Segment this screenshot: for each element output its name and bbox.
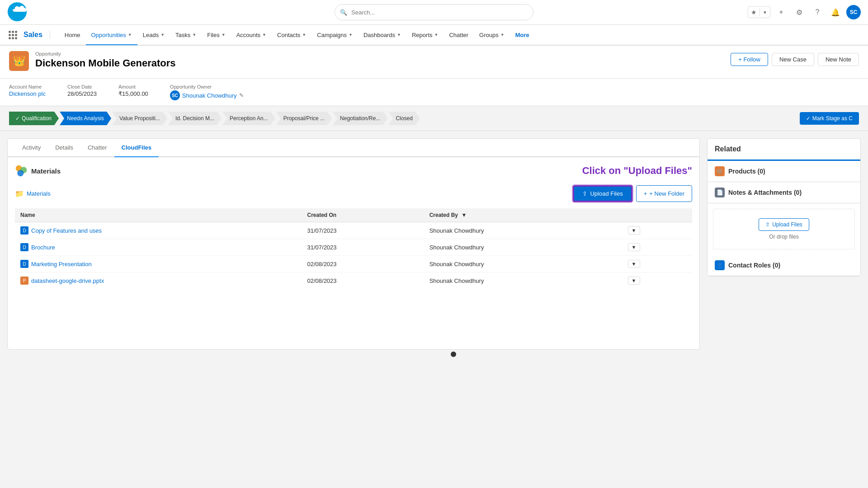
upload-files-sm-button[interactable]: ⇧ Upload Files — [759, 218, 809, 231]
nav-item-accounts[interactable]: Accounts ▼ — [231, 25, 272, 45]
stage-bar: ✓Qualification Needs Analysis Value Prop… — [0, 106, 868, 131]
related-card: Related 🛒 Products (0) 📄 Notes & Attachm… — [707, 138, 861, 277]
stage-needs-analysis[interactable]: Needs Analysis — [60, 112, 111, 125]
close-date-value: 28/05/2023 — [67, 90, 97, 97]
contact-roles-label: Contact Roles (0) — [728, 262, 780, 269]
file-action-button[interactable]: ▼ — [628, 243, 640, 251]
tabs: Activity Details Chatter CloudFiles — [8, 139, 699, 157]
nav-item-more[interactable]: More — [510, 25, 535, 45]
nav-item-leads[interactable]: Leads ▼ — [137, 25, 170, 45]
chevron-icon: ▼ — [160, 33, 165, 37]
search-input[interactable] — [335, 4, 533, 20]
file-created-on: 31/07/2023 — [302, 239, 424, 256]
file-type-icon: D — [20, 226, 28, 235]
contact-roles-section[interactable]: 👤 Contact Roles (0) — [708, 255, 860, 276]
tab-chatter[interactable]: Chatter — [80, 139, 114, 157]
field-account-name: Account Name Dickenson plc — [9, 84, 46, 100]
file-action-cell: ▼ — [623, 256, 692, 272]
notifications-icon[interactable]: 🔔 — [828, 5, 843, 19]
help-icon[interactable]: ? — [810, 5, 825, 19]
products-label: Products (0) — [728, 168, 765, 175]
file-link[interactable]: Brochure — [31, 244, 55, 251]
nav-item-home[interactable]: Home — [59, 25, 86, 45]
file-created-by: Shounak Chowdhury — [424, 272, 623, 289]
upload-files-button[interactable]: ⇧ Upload Files — [573, 185, 632, 202]
mark-stage-button[interactable]: ✓ Mark Stage as C — [800, 112, 859, 125]
setup-icon[interactable]: ⚙ — [792, 5, 807, 19]
tab-details[interactable]: Details — [48, 139, 80, 157]
nav-item-tasks[interactable]: Tasks ▼ — [170, 25, 202, 45]
file-action-button[interactable]: ▼ — [628, 260, 640, 268]
table-row: P datasheet-google-drive.pptx 02/08/2023… — [15, 272, 692, 289]
record-icon: 👑 — [9, 51, 29, 71]
col-created-by[interactable]: Created By ▼ — [424, 208, 623, 222]
nav-items: Home Opportunities ▼ Leads ▼ Tasks ▼ Fil… — [59, 25, 535, 45]
cloud-files-panel: Materials Click on "Upload Files" 📁 Mate… — [8, 157, 699, 296]
table-row: D Marketing Presentation 02/08/2023 Shou… — [15, 256, 692, 272]
col-created-on[interactable]: Created On — [302, 208, 424, 222]
stage-value-prop[interactable]: Value Propositi... — [112, 112, 167, 125]
col-name[interactable]: Name — [15, 208, 302, 222]
file-created-by: Shounak Chowdhury — [424, 222, 623, 239]
file-action-button[interactable]: ▼ — [628, 226, 640, 235]
materials-icon — [15, 164, 28, 177]
nav-item-campaigns[interactable]: Campaigns ▼ — [311, 25, 358, 45]
new-case-button[interactable]: New Case — [772, 53, 814, 66]
chevron-icon: ▼ — [192, 33, 196, 37]
nav-item-files[interactable]: Files ▼ — [202, 25, 231, 45]
stage-negotiation[interactable]: Negotiation/Re... — [333, 112, 387, 125]
add-icon[interactable]: + — [774, 5, 788, 19]
field-owner: Opportunity Owner SC Shounak Chowdhury ✎ — [170, 84, 244, 100]
star-icon[interactable]: ★ — [748, 7, 760, 18]
nav-item-opportunities[interactable]: Opportunities ▼ — [86, 25, 137, 45]
file-name-cell: D Marketing Presentation — [15, 256, 302, 272]
owner-edit-icon[interactable]: ✎ — [239, 92, 244, 99]
folder-row: 📁 Materials ⇧ Upload Files + + New Folde… — [15, 183, 692, 205]
notes-attachments-header[interactable]: 📄 Notes & Attachments (0) — [708, 182, 860, 203]
upload-sm-icon: ⇧ — [765, 221, 770, 228]
chevron-icon: ▼ — [500, 33, 505, 37]
nav-item-contacts[interactable]: Contacts ▼ — [272, 25, 311, 45]
new-note-button[interactable]: New Note — [818, 53, 859, 66]
chevron-icon: ▼ — [262, 33, 266, 37]
nav-item-reports[interactable]: Reports ▼ — [406, 25, 443, 45]
file-action-cell: ▼ — [623, 222, 692, 239]
favorites-btn[interactable]: ★ ▼ — [748, 6, 770, 18]
stage-id-decision[interactable]: Id. Decision M... — [168, 112, 222, 125]
related-products-section[interactable]: 🛒 Products (0) — [708, 161, 860, 182]
nav-item-groups[interactable]: Groups ▼ — [474, 25, 510, 45]
section-header: Materials Click on "Upload Files" — [15, 164, 692, 177]
app-launcher[interactable] — [5, 28, 20, 42]
folder-actions: ⇧ Upload Files + + New Folder — [573, 185, 692, 202]
new-folder-button[interactable]: + + New Folder — [636, 185, 692, 202]
amount-label: Amount — [118, 84, 148, 89]
file-link[interactable]: datasheet-google-drive.pptx — [31, 277, 104, 284]
nav-item-dashboards[interactable]: Dashboards ▼ — [358, 25, 406, 45]
click-hint: Click on "Upload Files" — [582, 165, 692, 177]
salesforce-logo[interactable] — [7, 2, 33, 23]
tab-cloudfiles[interactable]: CloudFiles — [114, 139, 159, 157]
section-title: Materials — [15, 164, 61, 177]
stage-qualification[interactable]: ✓Qualification — [9, 112, 59, 125]
user-avatar[interactable]: SC — [846, 5, 861, 19]
stage-closed[interactable]: Closed — [388, 112, 420, 125]
chevron-icon: ▼ — [434, 33, 439, 37]
stage-perception[interactable]: Perception An... — [222, 112, 275, 125]
nav-item-chatter[interactable]: Chatter — [443, 25, 474, 45]
tab-activity[interactable]: Activity — [15, 139, 48, 157]
file-link[interactable]: Marketing Presentation — [31, 261, 92, 267]
follow-button[interactable]: + Follow — [731, 53, 768, 66]
folder-link[interactable]: 📁 Materials — [15, 189, 51, 198]
file-link[interactable]: Copy of Features and uses — [31, 227, 102, 234]
chevron-icon: ▼ — [349, 33, 353, 37]
owner-link[interactable]: Shounak Chowdhury — [182, 92, 237, 99]
file-action-button[interactable]: ▼ — [628, 277, 640, 285]
app-name[interactable]: Sales — [24, 31, 50, 39]
record-title: Dickenson Mobile Generators — [35, 57, 176, 69]
search-bar: 🔍 — [335, 4, 533, 20]
stage-proposal[interactable]: Proposal/Price ... — [276, 112, 332, 125]
chevron-down-icon[interactable]: ▼ — [760, 8, 770, 17]
owner-label: Opportunity Owner — [170, 84, 244, 89]
file-created-on: 31/07/2023 — [302, 222, 424, 239]
account-name-link[interactable]: Dickenson plc — [9, 90, 46, 97]
